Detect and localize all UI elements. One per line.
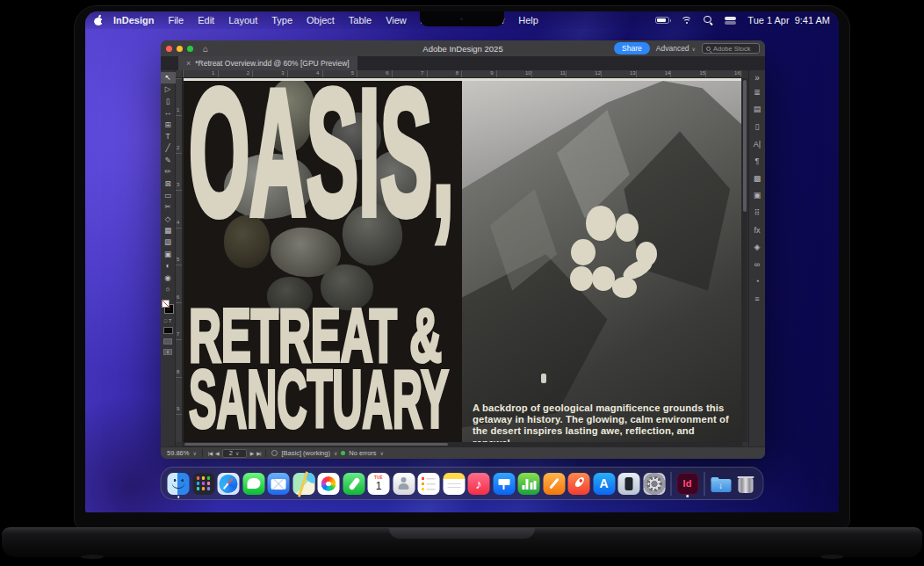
menu-edit[interactable]: Edit [198,15,214,25]
gradient-feather-tool-icon[interactable]: ▨ [161,236,176,248]
preview-mode-button[interactable] [163,349,172,355]
dock-safari-icon[interactable] [218,473,240,495]
align-panel-icon[interactable]: ⠿ [749,204,766,221]
chevron-down-icon[interactable]: ∨ [192,450,196,456]
dock-trash-icon[interactable] [735,473,757,495]
gap-tool-icon[interactable]: ↔ [161,107,176,119]
document-canvas[interactable]: OASIS, RETREAT & SANCTUARY [183,78,742,442]
dock-app-store-icon[interactable]: A [593,473,615,495]
menu-help[interactable]: Help [518,15,538,25]
pen-tool-icon[interactable]: ✎ [161,155,176,166]
menu-table[interactable]: Table [349,15,372,25]
menu-object[interactable]: Object [307,15,335,25]
last-page-button[interactable]: ▶| [256,450,260,456]
dock-maps-icon[interactable] [292,473,314,495]
next-page-button[interactable]: ▶ [250,450,254,456]
screen-mode-button[interactable] [163,338,172,345]
workspace-switcher[interactable]: Advanced ∨ [656,44,696,53]
page-spread[interactable]: OASIS, RETREAT & SANCTUARY [184,78,741,442]
apply-color-button[interactable] [163,327,173,334]
text-wrap-panel-icon[interactable]: ▣ [749,187,766,205]
dock-contacts-icon[interactable] [393,473,415,495]
control-center-icon[interactable] [725,17,736,25]
vertical-ruler[interactable]: 123456789 [176,78,183,442]
content-collector-tool-icon[interactable]: ⊞ [161,120,176,131]
vertical-scrollbar-thumb[interactable] [743,80,747,212]
pencil-tool-icon[interactable]: ✏ [161,166,176,178]
dock-pages-icon[interactable] [543,473,565,495]
dock-indesign-icon[interactable]: Id [676,473,698,495]
dock-calendar-icon[interactable]: TUE1 [368,473,390,495]
scissors-tool-icon[interactable]: ✂ [161,201,176,213]
hand-tool-icon[interactable]: ◉ [161,272,176,284]
dock-facetime-icon[interactable] [343,473,365,495]
dock-photos-icon[interactable] [318,473,340,495]
preflight-profile[interactable]: [Basic] (working) [281,449,329,457]
dock-finder-icon[interactable] [168,473,190,495]
menu-clock[interactable]: Tue 1 Apr 9:41 AM [747,15,830,25]
page-tool-icon[interactable]: ▯ [161,96,176,107]
dock-numbers-icon[interactable] [518,473,540,495]
share-button[interactable]: Share [614,42,650,54]
dock-music-icon[interactable]: ♪ [468,473,490,495]
menu-type[interactable]: Type [271,15,292,25]
dock-iphone-mirroring-icon[interactable] [618,473,640,495]
pages-panel-icon[interactable]: ▯ [749,118,766,135]
chevron-down-icon[interactable]: ∨ [380,450,384,456]
dock-downloads-icon[interactable]: ↓ [710,473,732,495]
dock-notes-icon[interactable] [443,473,465,495]
menu-file[interactable]: File [168,15,184,25]
vertical-scrollbar[interactable] [742,78,747,442]
battery-icon[interactable] [655,17,669,24]
layers-panel-icon[interactable]: ◈ [749,238,766,256]
formatting-toggles[interactable]: □T [164,318,172,323]
first-page-button[interactable]: |◀ [208,450,212,456]
page-number-field[interactable]: 2 ∨ [222,449,247,458]
wifi-icon[interactable] [681,16,692,25]
adobe-stock-search-input[interactable]: Adobe Stock [702,43,760,54]
frame-tool-icon[interactable]: ⊠ [161,178,176,190]
gradient-swatch-tool-icon[interactable]: ▦ [161,225,176,236]
character-panel-icon[interactable]: A| [749,135,766,153]
cc-libraries-panel-icon[interactable]: ▤ [749,101,766,119]
search-icon[interactable] [704,16,713,25]
dock-launchpad-icon[interactable] [192,473,214,495]
left-page[interactable]: OASIS, RETREAT & SANCTUARY [184,81,462,442]
horizontal-ruler[interactable]: 12345678910111213141516 [183,70,742,78]
ruler-origin-corner[interactable] [176,70,183,78]
fill-stroke-swatches[interactable] [162,300,174,315]
preflight-icon[interactable] [271,450,278,456]
right-page-mountain-photo[interactable]: A backdrop of geological magnificence gr… [462,81,741,442]
dock-keynote-icon[interactable] [493,473,515,495]
links-panel-icon[interactable]: ∞ [749,256,766,273]
home-icon[interactable]: ⌂ [203,44,208,54]
minimize-window-button[interactable] [177,46,183,52]
zoom-tool-icon[interactable]: ○ [161,284,176,295]
apple-menu-icon[interactable] [94,15,103,26]
effects-panel-icon[interactable]: fx [749,221,766,239]
document-tab[interactable]: × *Retreat Overview.indd @ 60% [GPU Prev… [178,56,357,70]
menu-view[interactable]: View [386,15,407,25]
preflight-status[interactable]: No errors [349,449,376,457]
zoom-level[interactable]: 59.86% [167,449,189,457]
note-tool-icon[interactable]: ▣ [161,249,176,260]
horizontal-scrollbar-thumb[interactable] [184,443,448,446]
collapse-panels-icon[interactable]: » [749,71,766,83]
close-tab-icon[interactable]: × [186,59,191,68]
stroke-panel-icon[interactable]: ≡ [749,290,766,308]
direct-selection-tool-icon[interactable]: ▷ [161,83,176,95]
selection-tool-icon[interactable]: ↖ [161,72,176,83]
dock-mail-icon[interactable] [268,473,290,495]
paragraph-panel-icon[interactable]: ¶ [749,152,766,170]
previous-page-button[interactable]: ◀ [215,450,219,456]
close-window-button[interactable] [166,46,172,52]
window-titlebar[interactable]: ⌂ Adobe InDesign 2025 Share Advanced ∨ A… [161,40,765,56]
zoom-window-button[interactable] [187,46,193,52]
chevron-down-icon[interactable]: ∨ [334,450,337,456]
eyedropper-tool-icon[interactable]: ◐ [161,260,176,272]
line-tool-icon[interactable]: ╱ [161,142,176,154]
dock-system-settings-icon[interactable] [643,473,665,495]
rectangle-tool-icon[interactable]: ▭ [161,190,176,201]
menu-app-name[interactable]: InDesign [113,15,154,25]
dock-rocket-icon[interactable] [568,473,590,495]
